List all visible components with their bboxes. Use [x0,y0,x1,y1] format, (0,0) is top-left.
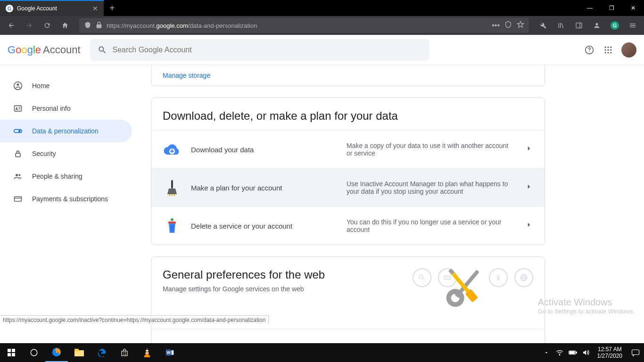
back-button[interactable] [4,18,19,33]
svg-point-12 [607,52,609,53]
wifi-icon[interactable] [553,350,566,355]
delete-service-row[interactable]: Delete a service or your account You can… [151,206,545,245]
notifications-icon[interactable] [627,349,644,356]
svg-point-11 [605,52,606,53]
svg-point-24 [18,174,20,176]
chevron-right-icon [525,221,533,231]
svg-rect-72 [570,352,575,354]
svg-point-7 [610,46,611,48]
volume-icon[interactable] [579,349,593,356]
wrench-icon[interactable] [536,18,551,33]
svg-point-8 [605,49,606,50]
svg-rect-31 [174,194,175,196]
file-explorer-taskbar-icon[interactable] [68,343,91,362]
manage-storage-link[interactable]: Manage storage [151,65,545,86]
lock-icon [12,149,24,158]
bookmark-star-icon[interactable] [517,21,524,30]
card-title: Download, delete, or make a plan for you… [163,109,533,123]
help-icon[interactable] [584,44,595,56]
svg-rect-0 [576,23,582,28]
row-desc: Make a copy of your data to use it with … [347,142,515,157]
taskbar-clock[interactable]: 12:57 AM 1/27/2020 [593,346,627,360]
globe-circle-icon [514,268,533,287]
row-title: Download your data [191,146,337,154]
download-data-row[interactable]: Download your data Make a copy of your d… [151,130,545,168]
tab-title: Google Account [17,5,89,12]
new-tab-button[interactable]: + [104,3,121,14]
word-taskbar-icon[interactable]: W [158,343,181,362]
sidebar-item-data-personalization[interactable]: Data & personalization [0,120,132,142]
search-box[interactable] [90,39,429,61]
sidebar-icon[interactable] [571,18,586,33]
tracking-shield-icon[interactable] [84,21,91,30]
vlc-taskbar-icon[interactable] [136,343,158,362]
window-minimize-button[interactable]: — [579,0,601,16]
apps-grid-icon[interactable] [603,44,614,56]
credit-card-icon [12,194,24,204]
globe-icon [163,338,174,343]
battery-icon[interactable] [566,350,579,355]
row-desc: You can do this if you no longer use a s… [347,218,515,233]
windows-taskbar: W 12:57 AM 1/27/2020 [0,343,644,362]
url-more-icon[interactable]: ••• [492,21,500,30]
svg-point-15 [17,83,19,86]
window-close-button[interactable]: ✕ [622,0,644,16]
sidebar-item-people-sharing[interactable]: People & sharing [0,165,132,188]
browser-tab[interactable]: G Google Account ✕ [0,0,104,16]
sidebar-item-payments[interactable]: Payments & subscriptions [0,188,132,210]
svg-point-9 [607,49,609,50]
extension-icon[interactable]: G [607,18,622,33]
svg-point-10 [610,49,611,50]
trash-icon [163,216,182,235]
cortana-button[interactable] [23,343,45,362]
svg-rect-59 [123,352,124,353]
lock-icon[interactable] [95,21,103,30]
sidebar: Home Personal info Data & personalizatio… [0,65,132,343]
language-row[interactable]: Language English (United States) [151,329,545,343]
svg-point-2 [595,23,598,25]
search-input[interactable] [113,46,422,54]
window-maximize-button[interactable]: ❐ [601,0,622,16]
svg-rect-60 [125,352,126,353]
svg-point-5 [605,46,606,48]
sidebar-item-label: Payments & subscriptions [32,195,108,203]
forward-button[interactable] [22,18,37,33]
svg-rect-35 [173,225,173,231]
cloud-download-icon [163,140,182,159]
svg-point-21 [18,130,21,132]
svg-point-69 [559,355,560,355]
sidebar-item-home[interactable]: Home [0,74,132,97]
url-text: https://myaccount.google.com/data-and-pe… [107,22,488,29]
sidebar-item-label: Home [32,82,50,90]
preferences-card: General preferences for the web Manage s… [151,256,545,343]
page-header: Google Account [0,35,644,65]
avatar[interactable] [621,42,636,58]
sidebar-item-label: Security [32,150,56,157]
svg-rect-58 [122,351,127,356]
edge-taskbar-icon[interactable] [91,343,113,362]
sidebar-item-personal-info[interactable]: Personal info [0,97,132,120]
make-plan-row[interactable]: Make a plan for your account Use Inactiv… [151,168,545,206]
id-card-icon [12,104,24,113]
url-bar[interactable]: https://myaccount.google.com/data-and-pe… [79,18,529,33]
storage-card: Manage storage [151,65,545,86]
account-icon[interactable] [589,18,604,33]
start-button[interactable] [0,343,23,362]
sidebar-item-security[interactable]: Security [0,142,132,165]
svg-rect-65 [146,353,149,354]
status-bar-link: https://myaccount.google.com/inactive?co… [0,315,269,324]
home-button[interactable] [58,18,73,33]
tray-chevron-icon[interactable] [540,350,553,355]
google-account-logo[interactable]: Google Account [8,44,81,56]
firefox-taskbar-icon[interactable] [45,343,68,362]
toggle-icon [12,126,24,136]
svg-point-4 [589,51,590,52]
menu-button[interactable] [625,18,640,33]
row-title: Delete a service or your account [191,222,337,230]
url-shield-outline-icon[interactable] [504,21,512,30]
tab-close-icon[interactable]: ✕ [92,5,98,12]
store-taskbar-icon[interactable] [113,343,136,362]
library-icon[interactable] [553,18,569,33]
reload-button[interactable] [40,18,55,33]
broom-icon [163,178,182,197]
